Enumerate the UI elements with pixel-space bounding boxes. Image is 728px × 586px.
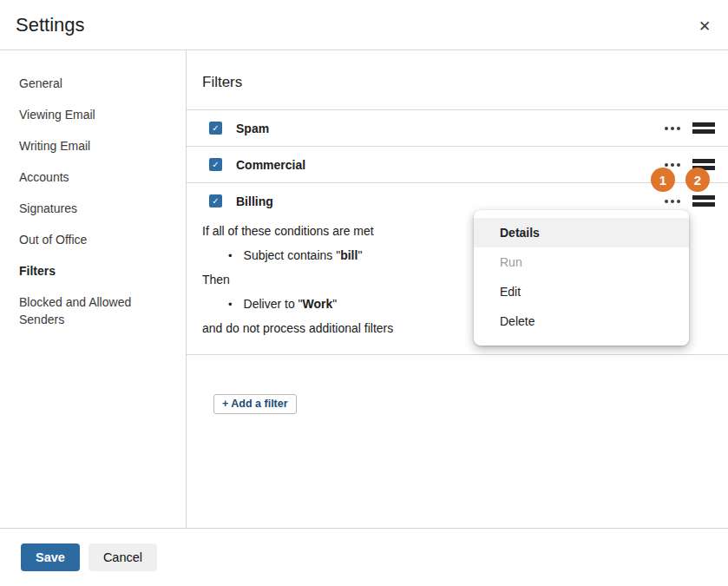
bullet-icon: • <box>228 249 233 262</box>
settings-sidebar: General Viewing Email Writing Email Acco… <box>0 50 187 528</box>
filter-name: Billing <box>236 194 273 208</box>
commercial-checkbox[interactable]: ✓ <box>209 158 222 171</box>
sidebar-item-blocked-senders[interactable]: Blocked and Allowed Senders <box>19 293 148 328</box>
page-title: Settings <box>16 14 85 36</box>
add-filter-button[interactable]: + Add a filter <box>213 394 297 414</box>
filter-name: Commercial <box>236 158 305 172</box>
drag-handle-icon[interactable] <box>692 192 715 210</box>
cancel-button[interactable]: Cancel <box>89 543 157 571</box>
sidebar-item-viewing-email[interactable]: Viewing Email <box>19 106 148 123</box>
sidebar-item-out-of-office[interactable]: Out of Office <box>19 231 148 248</box>
billing-checkbox[interactable]: ✓ <box>209 194 222 207</box>
sidebar-item-general[interactable]: General <box>19 75 148 92</box>
save-button[interactable]: Save <box>21 543 80 571</box>
sidebar-item-filters[interactable]: Filters <box>19 262 148 280</box>
sidebar-item-writing-email[interactable]: Writing Email <box>19 137 148 155</box>
dialog-header: Settings ✕ <box>0 0 728 50</box>
spam-checkbox[interactable]: ✓ <box>209 122 222 135</box>
menu-item-run: Run <box>474 247 689 277</box>
section-divider <box>187 354 728 355</box>
filters-heading: Filters <box>202 74 728 91</box>
menu-item-details[interactable]: Details <box>474 218 689 247</box>
filter-row-spam: ✓ Spam <box>187 110 728 147</box>
annotation-badge-1: 1 <box>651 168 675 192</box>
filter-name: Spam <box>236 122 269 135</box>
action-text: Deliver to "Work" <box>244 297 338 311</box>
close-icon[interactable]: ✕ <box>693 15 716 37</box>
menu-item-edit[interactable]: Edit <box>474 277 689 306</box>
annotation-badge-2: 2 <box>685 168 710 192</box>
filter-list: ✓ Spam ✓ Commercial ✓ Billing <box>187 109 728 219</box>
sidebar-item-signatures[interactable]: Signatures <box>19 200 148 217</box>
drag-handle-icon[interactable] <box>692 119 715 137</box>
more-options-icon[interactable] <box>665 122 680 135</box>
menu-item-delete[interactable]: Delete <box>474 306 689 336</box>
filter-context-menu: Details Run Edit Delete <box>474 210 689 346</box>
more-options-icon[interactable] <box>665 194 680 208</box>
bullet-icon: • <box>228 298 233 311</box>
sidebar-item-accounts[interactable]: Accounts <box>19 168 148 186</box>
condition-text: Subject contains "bill" <box>244 248 363 262</box>
dialog-footer: Save Cancel <box>0 528 728 586</box>
filter-row-commercial: ✓ Commercial <box>187 147 728 183</box>
